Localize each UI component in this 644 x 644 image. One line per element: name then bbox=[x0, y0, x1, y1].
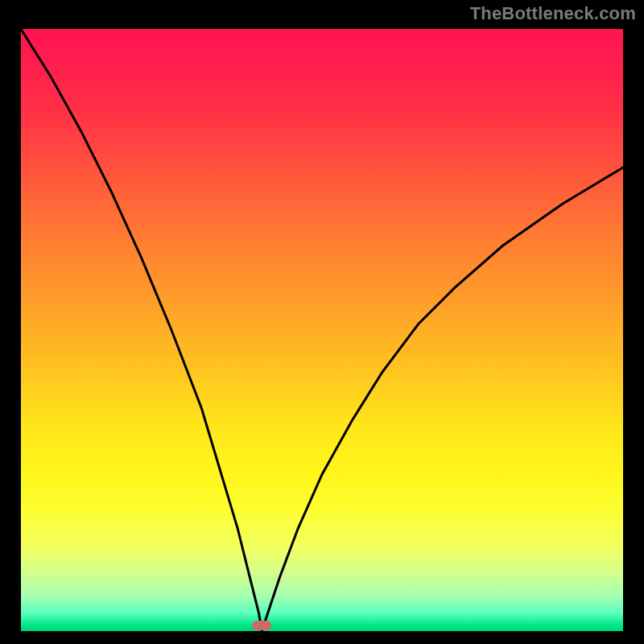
optimum-marker bbox=[252, 621, 271, 630]
chart-frame bbox=[16, 24, 628, 636]
curve-right-branch bbox=[262, 167, 623, 631]
bottleneck-curve bbox=[21, 29, 623, 631]
curve-left-branch bbox=[21, 29, 262, 631]
plot-area bbox=[21, 29, 623, 631]
watermark-text: TheBottleneck.com bbox=[470, 3, 636, 24]
